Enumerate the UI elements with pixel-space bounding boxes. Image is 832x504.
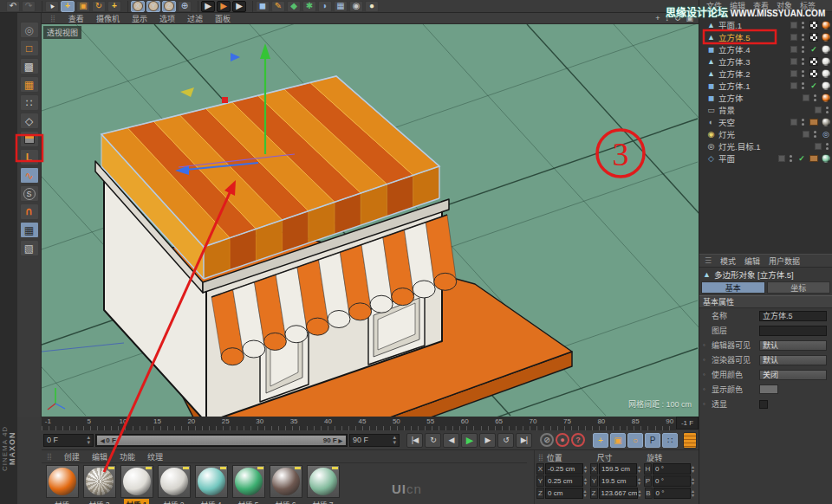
- attribute-menu-2[interactable]: 用户数据: [769, 255, 800, 267]
- viewport-menu-2[interactable]: 显示: [132, 13, 147, 24]
- material-tag-icon[interactable]: [822, 81, 830, 90]
- key-pla-button[interactable]: ∷: [662, 433, 678, 448]
- material-thumbnail[interactable]: [120, 465, 153, 498]
- position-value-field[interactable]: 0.25 cm: [545, 475, 583, 487]
- current-frame-field[interactable]: 0 F▴▾: [43, 434, 94, 447]
- attribute-input[interactable]: 立方体.5: [759, 311, 827, 321]
- texture-mode-icon[interactable]: ▩: [20, 58, 39, 74]
- menubar-grip-icon[interactable]: ⣿: [50, 15, 56, 23]
- keyframe-record-button[interactable]: ●: [556, 433, 569, 447]
- material-材质.7[interactable]: 材质.7: [304, 465, 341, 504]
- phong-tag-icon[interactable]: ✓: [809, 81, 818, 90]
- polygon-mode-icon[interactable]: [20, 131, 39, 147]
- key-position-button[interactable]: +: [593, 433, 608, 448]
- axis-y-lock-icon[interactable]: Y: [146, 1, 160, 12]
- next-frame-button[interactable]: ▶: [479, 433, 496, 448]
- model-mode-icon[interactable]: □: [20, 40, 39, 56]
- visibility-dots[interactable]: [814, 94, 816, 101]
- texture-tag-icon[interactable]: [809, 69, 818, 78]
- material-tag-icon[interactable]: [822, 154, 830, 163]
- spinner-icon[interactable]: ▴▾: [584, 465, 589, 474]
- timeline-range-slider[interactable]: ◀ 0 F 90 F ▶: [95, 434, 348, 447]
- edges-mode-icon[interactable]: ◇: [20, 113, 39, 129]
- axis-x-lock-icon[interactable]: X: [131, 1, 145, 12]
- key-parameter-button[interactable]: P: [645, 433, 660, 448]
- position-value-field[interactable]: 0 cm: [545, 488, 583, 499]
- material-thumbnail[interactable]: [46, 465, 79, 498]
- spinner-icon[interactable]: ▴▾: [584, 477, 589, 486]
- select-tool-icon[interactable]: ▲: [45, 1, 59, 12]
- animation-dot-icon[interactable]: ◦: [703, 385, 709, 393]
- object-row-立方体.5[interactable]: ▲立方体.5: [699, 31, 832, 43]
- powerslider-options-button[interactable]: [683, 432, 697, 449]
- add-primitive-cube-icon[interactable]: ◼: [256, 1, 270, 12]
- attribute-grip-icon[interactable]: ☰: [705, 256, 712, 265]
- size-value-field[interactable]: 123.667 cm: [599, 488, 638, 499]
- scale-tool-icon[interactable]: ▣: [76, 1, 90, 12]
- key-rotation-button[interactable]: ○: [627, 433, 643, 448]
- tab-coordinates[interactable]: 坐标: [767, 281, 831, 294]
- material-tag-icon[interactable]: [822, 118, 830, 126]
- target-tag-icon[interactable]: ◎: [822, 130, 830, 139]
- phong-tag-icon[interactable]: ✓: [809, 45, 818, 54]
- material-menu-2[interactable]: 功能: [120, 451, 135, 462]
- rotation-value-field[interactable]: 0 °: [653, 463, 691, 475]
- visibility-dots[interactable]: [802, 58, 804, 65]
- axis-mode-icon[interactable]: L: [20, 149, 39, 165]
- material-menu-0[interactable]: 创建: [64, 451, 80, 462]
- material-menu-grip-icon[interactable]: ⣿: [47, 453, 52, 461]
- position-value-field[interactable]: -0.25 cm: [545, 463, 583, 475]
- layer-toggle[interactable]: [778, 155, 785, 162]
- play-cycle-button[interactable]: ↻: [425, 433, 441, 448]
- object-row-平面[interactable]: ◇平面✓: [699, 152, 832, 165]
- last-tool-icon[interactable]: +: [107, 1, 121, 12]
- object-row-立方体.1[interactable]: ◼立方体.1✓: [699, 80, 832, 92]
- undo-icon[interactable]: ↶: [6, 1, 20, 12]
- attribute-menu-0[interactable]: 模式: [720, 255, 736, 267]
- rotation-value-field[interactable]: 0 °: [653, 488, 692, 499]
- material-tag-icon[interactable]: [822, 45, 830, 54]
- magnet-icon[interactable]: ∪: [20, 204, 39, 220]
- material-tag-icon[interactable]: [822, 57, 830, 66]
- material-tag-icon[interactable]: [822, 33, 830, 42]
- render-view-icon[interactable]: ▶: [201, 1, 215, 12]
- perspective-viewport[interactable]: 透视视图 网格间距 : 100 cm: [42, 24, 699, 417]
- spinner-icon[interactable]: ▴▾: [692, 465, 697, 474]
- add-scene-object-icon[interactable]: ◗: [318, 1, 332, 12]
- make-editable-icon[interactable]: ◎: [20, 22, 39, 38]
- material-材质.4[interactable]: 材质.4: [192, 465, 230, 504]
- spinner-icon[interactable]: ▴▾: [639, 489, 644, 498]
- visibility-dots[interactable]: [802, 46, 804, 53]
- object-row-灯光.目标.1[interactable]: ◎灯光.目标.1: [699, 140, 832, 152]
- object-row-天空[interactable]: ◐天空: [699, 116, 832, 128]
- animation-dot-icon[interactable]: ◦: [703, 356, 709, 364]
- layer-toggle[interactable]: [790, 46, 797, 53]
- material-材质.1[interactable]: 材质.1: [118, 465, 155, 504]
- visibility-dots[interactable]: [826, 143, 829, 150]
- goto-end-button[interactable]: ▶|: [516, 433, 532, 448]
- visibility-dots[interactable]: [802, 34, 804, 41]
- layer-toggle[interactable]: [803, 94, 809, 101]
- texture-tag-icon[interactable]: [809, 33, 818, 42]
- material-menu-1[interactable]: 编辑: [92, 451, 107, 462]
- play-forward-button[interactable]: ▶: [461, 433, 478, 448]
- visibility-dots[interactable]: [802, 119, 804, 126]
- material-tag-icon[interactable]: [822, 21, 830, 29]
- spinner-icon[interactable]: ▴▾: [638, 465, 643, 474]
- object-row-立方体.4[interactable]: ◼立方体.4✓: [699, 43, 832, 55]
- spinner-icon[interactable]: ▴▾: [584, 489, 589, 498]
- attribute-input[interactable]: [759, 326, 827, 336]
- range-end-field[interactable]: 90 F▴▾: [349, 434, 400, 447]
- attribute-dropdown[interactable]: 默认: [759, 355, 827, 365]
- viewport-label[interactable]: 透视视图: [43, 26, 81, 39]
- layer-toggle[interactable]: [815, 107, 822, 113]
- object-row-立方体[interactable]: ◼立方体: [699, 92, 832, 104]
- spinner-icon[interactable]: ▴▾: [692, 477, 697, 486]
- render-picture-viewer-icon[interactable]: ▶: [217, 1, 231, 12]
- frame-offset-box[interactable]: -1 F: [676, 417, 699, 430]
- loop-button[interactable]: ↺: [497, 433, 514, 448]
- attribute-dropdown[interactable]: 关闭: [759, 370, 827, 380]
- coords-grip-icon[interactable]: ⣿: [538, 454, 543, 462]
- layer-toggle[interactable]: [790, 119, 797, 126]
- material-thumbnail[interactable]: [195, 465, 228, 498]
